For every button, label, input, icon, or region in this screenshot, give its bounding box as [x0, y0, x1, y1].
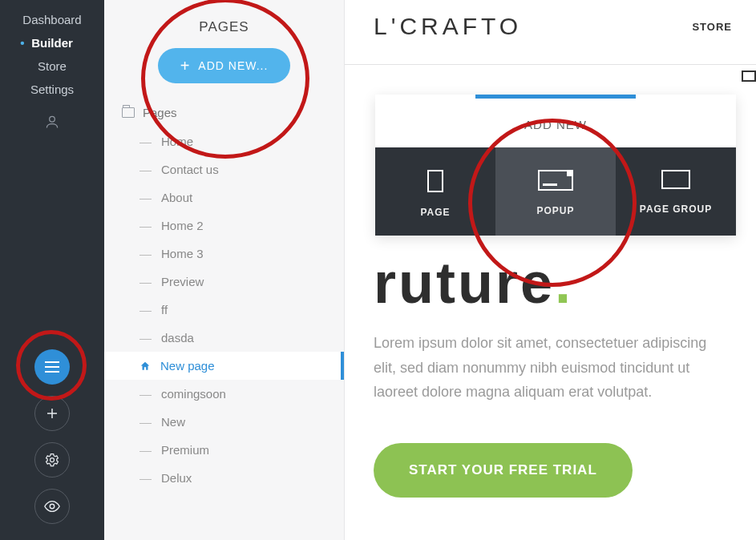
page-item-label: Delux [161, 471, 192, 485]
dash-icon: — [139, 331, 152, 345]
dash-icon: — [139, 191, 152, 204]
dash-icon: — [139, 471, 152, 485]
sidebar-tools [0, 349, 104, 524]
resize-handle[interactable] [742, 71, 756, 82]
page-item[interactable]: —Contact us [104, 155, 344, 183]
page-item[interactable]: —dasda [104, 324, 344, 352]
hero-headline-dot: . [555, 251, 573, 315]
preview-canvas: L'CRAFTO STORE ruture. Lorem ipsum dolor… [345, 0, 756, 540]
folder-icon [122, 107, 135, 118]
dash-icon: — [139, 443, 152, 457]
nav-store[interactable]: Store [38, 59, 67, 73]
page-item-label: Home [161, 135, 193, 148]
svg-point-0 [50, 116, 55, 122]
popup-icon [538, 170, 573, 191]
hero-paragraph: Lorem ipsum dolor sit amet, consectetuer… [374, 331, 718, 405]
preview-button[interactable] [34, 489, 70, 524]
hero-headline-text: ruture [374, 251, 555, 315]
svg-point-2 [50, 504, 55, 509]
nav-builder[interactable]: Builder [31, 36, 73, 50]
dash-icon: — [139, 163, 152, 176]
home-icon [139, 361, 151, 372]
add-popup-option[interactable]: POPUP [495, 147, 616, 236]
page-list: —Home —Contact us —About —Home 2 —Home 3… [104, 127, 344, 492]
page-item-label: Contact us [161, 163, 219, 176]
page-item-label: dasda [161, 331, 194, 345]
page-icon [427, 170, 443, 192]
nav-dashboard[interactable]: Dashboard [22, 13, 81, 26]
page-item[interactable]: —Delux [104, 464, 344, 492]
page-item[interactable]: —Home 3 [104, 240, 344, 268]
add-option-label: POPUP [536, 205, 574, 216]
page-item-label: Home 3 [161, 247, 204, 260]
page-item-label: New page [160, 359, 215, 373]
page-item[interactable]: —Premium [104, 436, 344, 464]
page-item[interactable]: —Home 2 [104, 212, 344, 240]
nav-settings[interactable]: Settings [30, 83, 74, 96]
page-item[interactable]: —New [104, 408, 344, 436]
pages-folder[interactable]: Pages [104, 98, 344, 127]
site-title: L'CRAFTO [374, 13, 522, 40]
page-item-label: Premium [161, 443, 209, 457]
pages-folder-label: Pages [143, 106, 177, 119]
page-item-active[interactable]: New page [104, 352, 344, 380]
dash-icon: — [139, 387, 152, 401]
page-item[interactable]: —Home [104, 127, 344, 155]
add-option-label: PAGE [420, 207, 450, 218]
add-pagegroup-option[interactable]: PAGE GROUP [616, 147, 736, 236]
plus-icon: + [180, 58, 191, 74]
svg-point-1 [51, 458, 55, 462]
cta-button[interactable]: START YOUR FREE TRIAL [374, 443, 633, 498]
page-item[interactable]: —About [104, 183, 344, 212]
store-link[interactable]: STORE [692, 21, 732, 33]
pages-panel: PAGES + ADD NEW... Pages —Home —Contact … [104, 0, 345, 540]
page-group-icon [661, 170, 690, 189]
add-page-option[interactable]: PAGE [375, 147, 495, 236]
settings-button[interactable] [34, 442, 70, 478]
dash-icon: — [139, 135, 152, 148]
gear-icon [44, 452, 60, 468]
page-item[interactable]: —ff [104, 296, 344, 324]
dash-icon: — [139, 219, 152, 232]
dash-icon: — [139, 415, 152, 429]
preview-header: L'CRAFTO STORE [345, 0, 756, 65]
hamburger-icon [45, 361, 59, 373]
page-item-label: Preview [161, 275, 204, 288]
add-new-label: ADD NEW... [198, 59, 268, 72]
page-item-label: About [161, 191, 192, 204]
eye-icon [43, 498, 61, 515]
hamburger-button[interactable] [34, 349, 70, 385]
dash-icon: — [139, 247, 152, 260]
page-item-label: New [161, 415, 185, 429]
add-new-dropdown: ADD NEW PAGE POPUP PAGE GROUP [375, 95, 736, 236]
add-option-label: PAGE GROUP [640, 204, 712, 215]
plus-icon [45, 406, 59, 421]
main-nav: Dashboard Builder Store Settings [0, 0, 104, 133]
page-item[interactable]: —comingsoon [104, 380, 344, 408]
page-item[interactable]: —Preview [104, 268, 344, 296]
page-item-label: ff [161, 303, 168, 316]
hero-headline: ruture. [374, 254, 727, 312]
add-new-page-button[interactable]: + ADD NEW... [158, 48, 291, 83]
dash-icon: — [139, 303, 152, 316]
add-button[interactable] [34, 396, 70, 431]
add-new-options: PAGE POPUP PAGE GROUP [375, 147, 736, 236]
pages-panel-title: PAGES [104, 0, 344, 48]
user-icon[interactable] [44, 114, 60, 133]
dash-icon: — [139, 275, 152, 288]
page-item-label: Home 2 [161, 219, 204, 232]
dropdown-title: ADD NEW [375, 99, 736, 147]
page-item-label: comingsoon [161, 387, 226, 401]
main-sidebar: Dashboard Builder Store Settings [0, 0, 104, 540]
